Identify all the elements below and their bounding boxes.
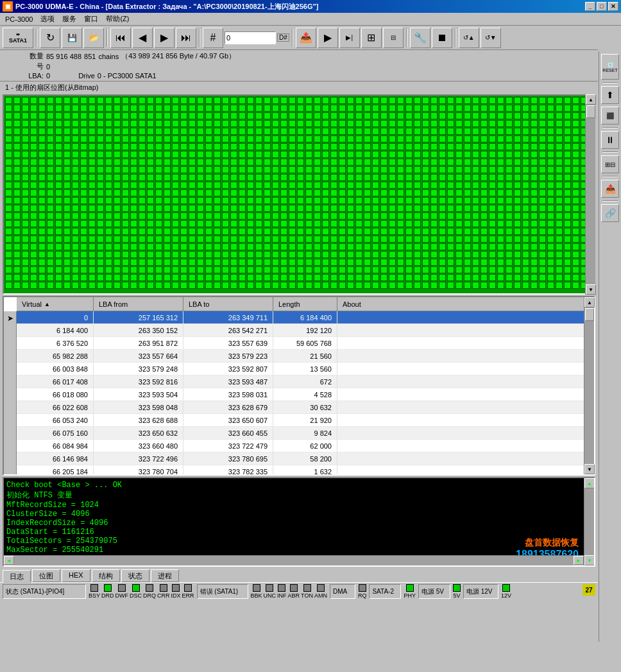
reset-button[interactable]: ↺▲	[459, 28, 479, 48]
bitmap-cell	[355, 128, 362, 135]
grid2-button[interactable]: ⊟	[383, 28, 404, 48]
bitmap-grid-area[interactable]	[3, 94, 595, 295]
bitmap-cell	[322, 220, 329, 227]
console-scroll-track[interactable]	[584, 488, 594, 555]
export-button[interactable]: 📤	[296, 28, 316, 48]
bitmap-cell	[189, 274, 196, 281]
menu-pc3000[interactable]: PC-3000	[1, 14, 37, 24]
table-row[interactable]: 65 982 288323 557 664323 579 22321 560	[17, 350, 594, 363]
hash-button[interactable]: #	[203, 28, 223, 48]
next-button[interactable]: ▶	[154, 28, 174, 48]
sidebar-btn-3[interactable]: ⬛	[601, 107, 619, 125]
menu-window[interactable]: 窗口	[80, 13, 102, 25]
reload-button[interactable]: ↻	[40, 28, 60, 48]
menu-options[interactable]: 选项	[37, 13, 58, 25]
stop-button[interactable]: ⏹	[432, 28, 452, 48]
sidebar-btn-6[interactable]: 📤	[601, 180, 619, 198]
scroll-down-button[interactable]: ▼	[586, 284, 596, 295]
console-scroll-down[interactable]: ▼	[584, 555, 595, 565]
tab-structure[interactable]: 结构	[92, 569, 120, 582]
scroll-up-button[interactable]: ▲	[586, 94, 596, 105]
maximize-button[interactable]: □	[597, 2, 607, 11]
bitmap-cell	[147, 189, 154, 196]
table-row[interactable]: 0257 165 312263 349 7116 184 400	[17, 311, 594, 324]
th-lba-to[interactable]: LBA to	[183, 297, 273, 311]
bitmap-cell	[280, 243, 287, 250]
table-row[interactable]: 66 022 608323 598 048323 628 67930 632	[17, 401, 594, 414]
bitmap-cell	[239, 266, 246, 273]
scroll-thumb[interactable]	[586, 105, 595, 118]
bitmap-cell	[122, 197, 129, 204]
bitmap-cell	[255, 189, 262, 196]
scroll-track[interactable]	[586, 105, 595, 284]
table-row[interactable]: 66 003 848323 579 248323 592 80713 560	[17, 363, 594, 375]
tab-log[interactable]: 日志	[3, 570, 31, 583]
tools-button[interactable]: 🔧	[410, 28, 430, 48]
bitmap-cell	[139, 197, 146, 204]
bitmap-cell	[72, 182, 79, 189]
sidebar-btn-7[interactable]: 🔗	[601, 204, 619, 222]
skip-end-button[interactable]: ⏭	[176, 28, 196, 48]
table-row[interactable]: 66 017 408323 592 816323 593 487672	[17, 375, 594, 388]
bitmap-cell	[80, 212, 87, 220]
table-row[interactable]: 66 053 240323 628 688323 650 60721 920	[17, 414, 594, 427]
bitmap-cell	[114, 166, 121, 173]
bitmap-cell	[572, 182, 579, 189]
table-row[interactable]: 66 018 080323 593 504323 598 0314 528	[17, 388, 594, 401]
sidebar-btn-4[interactable]: ⏸	[601, 131, 619, 149]
sata1-button[interactable]: ⬌ SATA1	[3, 28, 33, 48]
console-hscroll-track[interactable]	[14, 556, 574, 565]
bitmap-cell	[164, 105, 171, 112]
th-about[interactable]: About	[337, 297, 594, 311]
table-scroll-track[interactable]	[584, 307, 594, 464]
close-button[interactable]: ✕	[608, 2, 618, 11]
bitmap-cell	[430, 120, 438, 127]
play2-button[interactable]: ▶|	[339, 28, 360, 48]
menu-service[interactable]: 服务	[58, 13, 80, 25]
table-scroll-thumb[interactable]	[585, 308, 594, 321]
table-scroll-down[interactable]: ▼	[584, 464, 595, 474]
bitmap-cell	[222, 189, 229, 196]
table-row[interactable]: 66 075 160323 650 632323 660 4559 824	[17, 427, 594, 440]
tab-bitmap[interactable]: 位图	[32, 569, 60, 582]
reset2-button[interactable]: ↺▼	[481, 28, 501, 48]
sidebar-btn-1[interactable]: 💿 RESET	[601, 54, 619, 80]
load-button[interactable]: 📂	[83, 28, 104, 48]
grid-button[interactable]: ⊞	[361, 28, 382, 48]
sidebar-separator-2	[602, 127, 618, 128]
table-row[interactable]: 66 205 184323 780 704323 782 3351 632	[17, 465, 594, 474]
bitmap-cell	[297, 112, 304, 119]
bitmap-cell	[506, 151, 513, 158]
table-row[interactable]: 6 376 520263 951 872323 557 63959 605 76…	[17, 337, 594, 350]
console-scroll-right[interactable]: ▶	[574, 556, 584, 565]
bitmap-cell	[214, 151, 221, 158]
bitmap-cell	[105, 282, 112, 289]
th-length[interactable]: Length	[273, 297, 337, 311]
th-lba-from[interactable]: LBA from	[94, 297, 183, 311]
bitmap-cell	[414, 212, 421, 220]
sidebar-btn-5[interactable]: ⊞⊟	[601, 155, 619, 173]
table-scroll-up[interactable]: ▲	[584, 297, 595, 307]
tab-progress[interactable]: 进程	[151, 569, 179, 582]
menu-help[interactable]: 帮助(Z)	[102, 13, 133, 25]
bitmap-cell	[105, 143, 112, 150]
bitmap-cell	[5, 128, 12, 135]
sector-input[interactable]	[225, 31, 276, 44]
prev-button[interactable]: ◀	[132, 28, 153, 48]
tab-status[interactable]: 状态	[121, 569, 149, 582]
bitmap-cell	[506, 159, 513, 166]
th-virtual[interactable]: Virtual ▲	[17, 297, 94, 311]
skip-start-button[interactable]: ⏮	[110, 28, 131, 48]
play-button[interactable]: ▶	[318, 28, 338, 48]
table-row[interactable]: 66 146 984323 722 496323 780 69558 200	[17, 452, 594, 465]
tab-hex[interactable]: HEX	[62, 569, 90, 582]
sidebar-btn-2[interactable]: ⬆	[601, 86, 619, 104]
table-row[interactable]: 6 184 400263 350 152263 542 271192 120	[17, 324, 594, 337]
bitmap-cell	[330, 259, 337, 266]
table-row[interactable]: 66 084 984323 660 480323 722 47962 000	[17, 440, 594, 452]
minimize-button[interactable]: _	[585, 2, 595, 11]
console-scroll-left[interactable]: ◀	[4, 556, 14, 565]
console-scroll-up[interactable]: ▲	[584, 478, 595, 488]
bitmap-cell	[430, 135, 438, 142]
save-button[interactable]: 💾	[62, 28, 82, 48]
